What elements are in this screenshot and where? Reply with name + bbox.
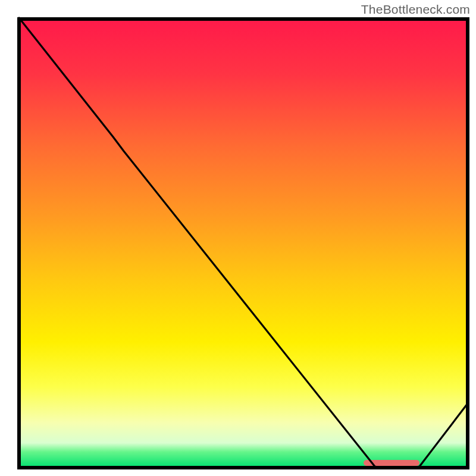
watermark-text: TheBottleneck.com bbox=[361, 2, 470, 17]
chart-svg bbox=[0, 0, 476, 476]
chart-container: { "watermark": "TheBottleneck.com", "cha… bbox=[0, 0, 476, 476]
plot-background bbox=[19, 19, 468, 468]
